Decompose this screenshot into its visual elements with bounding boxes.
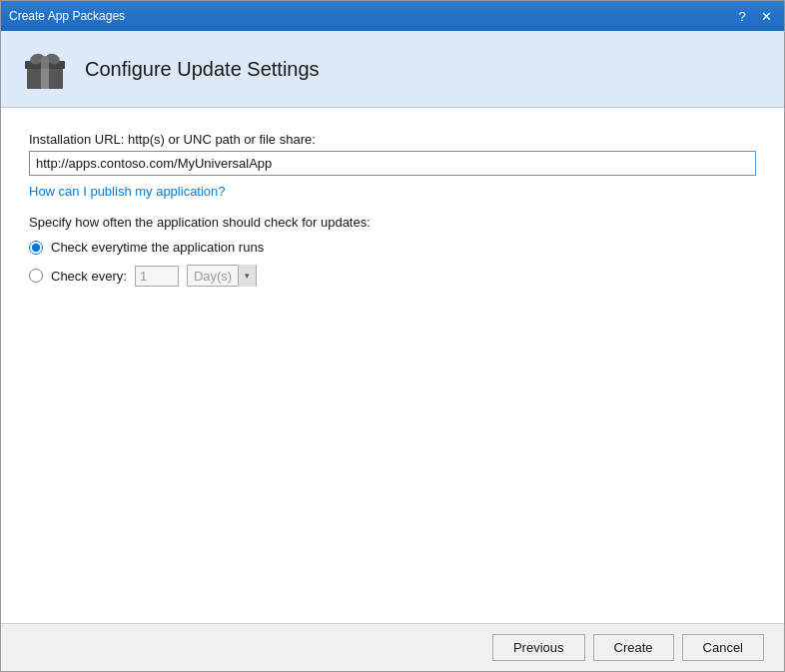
radio-everytime-label[interactable]: Check everytime the application runs	[51, 240, 264, 255]
url-label: Installation URL: http(s) or UNC path or…	[29, 132, 756, 147]
radio-everytime[interactable]	[29, 241, 43, 255]
dropdown-arrow-icon: ▾	[238, 265, 256, 287]
number-input[interactable]	[135, 266, 179, 287]
radio-row-2: Check every: Day(s) ▾	[29, 265, 756, 287]
cancel-button[interactable]: Cancel	[682, 634, 764, 661]
title-bar-controls: ? ✕	[732, 6, 776, 26]
radio-group: Check everytime the application runs Che…	[29, 240, 756, 287]
app-package-icon	[21, 45, 69, 93]
dialog-window: Create App Packages ? ✕	[0, 0, 785, 672]
content-area: Installation URL: http(s) or UNC path or…	[1, 108, 784, 623]
create-button[interactable]: Create	[593, 634, 674, 661]
help-button[interactable]: ?	[732, 6, 752, 26]
radio-every-label[interactable]: Check every:	[51, 269, 127, 284]
title-bar: Create App Packages ? ✕	[1, 1, 784, 31]
days-dropdown-text: Day(s)	[188, 269, 238, 284]
page-title: Configure Update Settings	[85, 58, 320, 81]
close-button[interactable]: ✕	[756, 6, 776, 26]
previous-button[interactable]: Previous	[492, 634, 585, 661]
header-section: Configure Update Settings	[1, 31, 784, 108]
radio-row-1: Check everytime the application runs	[29, 240, 756, 255]
footer: Previous Create Cancel	[1, 623, 784, 671]
days-dropdown[interactable]: Day(s) ▾	[187, 265, 257, 287]
specify-label: Specify how often the application should…	[29, 215, 756, 230]
svg-point-7	[41, 56, 49, 64]
publish-link[interactable]: How can I publish my application?	[29, 184, 756, 199]
title-bar-text: Create App Packages	[9, 9, 125, 23]
radio-every[interactable]	[29, 269, 43, 283]
url-input[interactable]	[29, 151, 756, 176]
